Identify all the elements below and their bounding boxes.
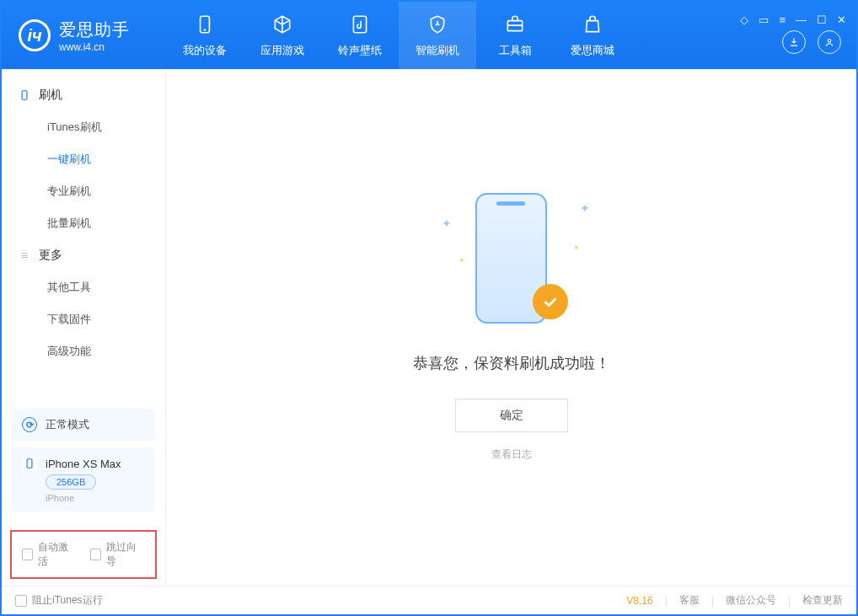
sidebar-item[interactable]: 下载固件 <box>2 303 165 335</box>
auto-activate-checkbox[interactable]: 自动激活 <box>22 540 77 569</box>
success-illustration: ✦✦✦✦ <box>457 193 566 328</box>
device-icon <box>22 456 37 471</box>
list-icon[interactable]: ≡ <box>779 13 786 26</box>
device-card[interactable]: iPhone XS Max 256GB iPhone <box>12 447 155 512</box>
nav-item-shield[interactable]: 智能刷机 <box>399 2 476 69</box>
svg-rect-2 <box>353 16 366 33</box>
shield-icon <box>426 13 448 38</box>
nav-item-music[interactable]: 铃声壁纸 <box>321 2 399 69</box>
sidebar-item[interactable]: 批量刷机 <box>2 207 165 239</box>
nav-item-toolbox[interactable]: 工具箱 <box>476 2 554 69</box>
storage-pill: 256GB <box>46 474 96 490</box>
app-name: 爱思助手 <box>59 19 130 41</box>
check-badge-icon <box>533 284 568 319</box>
close-icon[interactable]: ✕ <box>837 13 846 26</box>
status-bar: 阻止iTunes运行 V8.16 | 客服 | 微信公众号 | 检查更新 <box>2 586 856 614</box>
app-window: iч 爱思助手 www.i4.cn 我的设备应用游戏铃声壁纸智能刷机工具箱爱思商… <box>0 0 858 616</box>
sidebar-item[interactable]: iTunes刷机 <box>2 111 165 143</box>
nav-item-device[interactable]: 我的设备 <box>166 2 244 69</box>
body: 刷机 iTunes刷机一键刷机专业刷机批量刷机 ≡ 更多 其他工具下载固件高级功… <box>2 69 856 586</box>
sidebar-category-more: ≡ 更多 <box>2 239 165 271</box>
toolbox-icon <box>504 13 526 38</box>
menu-icon[interactable]: ▭ <box>759 13 769 26</box>
wear-icon[interactable]: ◇ <box>740 13 748 26</box>
sidebar-item[interactable]: 其他工具 <box>2 271 165 303</box>
svg-rect-6 <box>27 459 32 469</box>
window-controls: ◇ ▭ ≡ ― ☐ ✕ <box>740 13 846 26</box>
skip-guide-checkbox[interactable]: 跳过向导 <box>90 540 145 569</box>
logo-icon: iч <box>19 19 51 51</box>
confirm-button[interactable]: 确定 <box>455 399 568 432</box>
device-icon <box>194 13 216 38</box>
nav-item-cube[interactable]: 应用游戏 <box>244 2 321 69</box>
minimize-icon[interactable]: ― <box>796 13 807 26</box>
version-label: V8.16 <box>626 595 652 607</box>
footer-link-wechat[interactable]: 微信公众号 <box>726 593 776 608</box>
nav-item-bag[interactable]: 爱思商城 <box>554 2 631 69</box>
top-nav: 我的设备应用游戏铃声壁纸智能刷机工具箱爱思商城 <box>166 2 631 69</box>
sidebar-item[interactable]: 一键刷机 <box>2 143 165 175</box>
success-message: 恭喜您，保资料刷机成功啦！ <box>413 353 610 373</box>
maximize-icon[interactable]: ☐ <box>817 13 827 26</box>
mode-icon: ⟳ <box>22 417 37 432</box>
device-panel: ⟳ 正常模式 iPhone XS Max 256GB iPhone <box>2 400 165 527</box>
cube-icon <box>271 13 293 38</box>
phone-icon <box>19 89 30 101</box>
logo: iч 爱思助手 www.i4.cn <box>2 2 166 69</box>
svg-point-1 <box>204 29 205 29</box>
music-icon <box>349 13 371 38</box>
view-log-link[interactable]: 查看日志 <box>491 447 532 462</box>
footer-link-support[interactable]: 客服 <box>679 593 700 608</box>
svg-rect-5 <box>22 91 27 100</box>
header-bar: iч 爱思助手 www.i4.cn 我的设备应用游戏铃声壁纸智能刷机工具箱爱思商… <box>2 2 856 69</box>
bag-icon <box>582 13 603 38</box>
sidebar-item[interactable]: 高级功能 <box>2 335 165 367</box>
user-icon[interactable] <box>818 30 841 54</box>
block-itunes-checkbox[interactable]: 阻止iTunes运行 <box>15 593 103 608</box>
app-url: www.i4.cn <box>59 41 130 53</box>
download-icon[interactable] <box>782 30 806 54</box>
svg-point-4 <box>828 40 831 43</box>
footer-link-update[interactable]: 检查更新 <box>802 593 843 608</box>
main-content: ✦✦✦✦ 恭喜您，保资料刷机成功啦！ 确定 查看日志 <box>166 69 856 586</box>
sidebar-category-flash: 刷机 <box>2 79 165 111</box>
mode-card[interactable]: ⟳ 正常模式 <box>12 409 155 441</box>
flash-options-highlight: 自动激活 跳过向导 <box>10 530 157 579</box>
more-icon: ≡ <box>19 249 30 261</box>
sidebar-item[interactable]: 专业刷机 <box>2 175 165 207</box>
sidebar: 刷机 iTunes刷机一键刷机专业刷机批量刷机 ≡ 更多 其他工具下载固件高级功… <box>2 69 166 586</box>
